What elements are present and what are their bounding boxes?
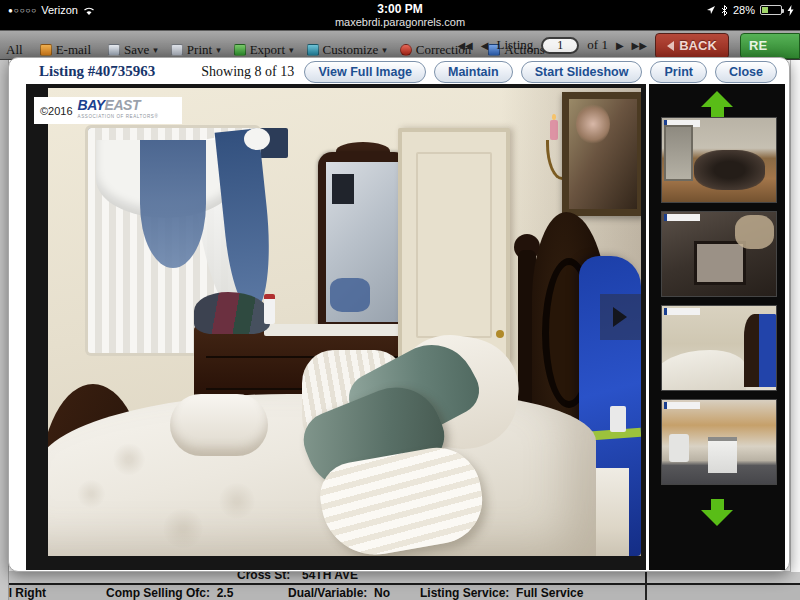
battery-icon <box>760 5 782 15</box>
roll-pillow <box>170 394 268 456</box>
bayeast-logo: BAYEAST ASSOCIATION OF REALTORS® <box>78 99 159 122</box>
cross-street-value: 54TH AVE <box>302 571 358 582</box>
charging-bolt-icon <box>787 5 794 16</box>
pager-of-label: of 1 <box>587 37 608 53</box>
modal-button-group: View Full Image Maintain Start Slideshow… <box>304 61 777 83</box>
battery-percent: 28% <box>733 4 755 16</box>
spray-bottle <box>264 294 275 324</box>
detail-field: Dual/Variable: No <box>288 586 390 600</box>
curtain-blue-swag <box>140 140 206 268</box>
modal-action-button[interactable]: View Full Image <box>304 61 426 83</box>
next-photo-overlay[interactable] <box>600 294 641 340</box>
location-icon <box>706 5 716 15</box>
scroll-down-arrow[interactable] <box>700 499 734 526</box>
pager-last-icon[interactable]: ▶▶ <box>632 40 647 51</box>
door-knob <box>496 330 504 338</box>
pager-label: Listing <box>496 37 533 53</box>
results-button[interactable]: RE <box>740 33 800 59</box>
copyright-label: ©2016 <box>40 105 73 117</box>
toolbar-item-label: E-mail <box>56 42 91 58</box>
thumbnail-bedroom-current[interactable] <box>661 305 777 391</box>
chevron-down-icon: ▾ <box>289 45 294 55</box>
toolbar-item[interactable]: Save ▾ <box>108 42 158 58</box>
toolbar-item-label: Save <box>124 42 149 58</box>
clock: 3:00 PM <box>0 2 800 16</box>
back-arrow-icon <box>667 41 674 51</box>
thumbnail-bedroom-mirror[interactable] <box>661 211 777 297</box>
photo-frame: ©2016 BAYEAST ASSOCIATION OF REALTORS® <box>26 84 646 570</box>
down-arrow-stem <box>711 499 724 510</box>
toolbar-item[interactable]: Export ▾ <box>234 42 294 58</box>
down-arrow-icon <box>701 510 733 526</box>
toolbar-item-label: Customize <box>323 42 379 58</box>
listing-detail-row: cl Right Comp Selling Ofc: 2.5 Dual/Vari… <box>0 585 800 600</box>
candle-flame <box>552 114 556 120</box>
chevron-down-icon: ▾ <box>216 45 221 55</box>
wall-picture-art <box>576 104 610 144</box>
cross-street-label: Cross St: <box>237 571 290 582</box>
detail-field: Listing Service: Full Service <box>420 586 583 600</box>
detail-field: cl Right <box>2 586 53 600</box>
toolbar-item-icon <box>171 44 183 56</box>
thumbnail-watermark <box>664 214 700 221</box>
modal-header: Listing #40735963 Showing 8 of 13 View F… <box>9 58 789 85</box>
pager-input[interactable]: 1 <box>541 37 579 54</box>
listing-number-title: Listing #40735963 <box>39 63 155 80</box>
ios-status-bar: ●○○○○ Verizon 3:00 PM maxebrdi.paragonre… <box>0 0 800 30</box>
bayeast-watermark: ©2016 BAYEAST ASSOCIATION OF REALTORS® <box>34 97 182 124</box>
clothes-pile <box>194 292 270 334</box>
mirror-reflection-dark <box>332 174 354 204</box>
pager-first-icon[interactable]: ◀◀ <box>457 40 472 51</box>
toolbar-item-label: Print <box>187 42 212 58</box>
thumbnail-sidebar <box>649 84 785 570</box>
scroll-up-arrow[interactable] <box>700 91 734 118</box>
thumbnail-watermark <box>664 402 700 409</box>
mirror-reflection-blue <box>330 278 370 312</box>
modal-action-button[interactable]: Maintain <box>434 61 513 83</box>
curtain-knot <box>244 128 270 150</box>
chevron-down-icon: ▾ <box>153 45 158 55</box>
toolbar-item-icon <box>234 44 246 56</box>
thumbnail-kitchen[interactable] <box>661 399 777 485</box>
modal-action-button[interactable]: Start Slideshow <box>521 61 643 83</box>
thumbnail-watermark <box>664 308 700 315</box>
detail-field: Comp Selling Ofc: 2.5 <box>106 586 233 600</box>
toolbar-item[interactable]: Customize ▾ <box>307 42 387 58</box>
toolbar-item[interactable]: All <box>6 42 27 58</box>
robe-tag <box>610 406 626 432</box>
toolbar-item-icon <box>108 44 120 56</box>
pink-candle <box>550 120 558 140</box>
modal-action-button[interactable]: Print <box>650 61 706 83</box>
modal-action-button[interactable]: Close <box>715 61 777 83</box>
thumbnail-dining-room[interactable] <box>661 117 777 203</box>
table-column-divider <box>645 571 647 600</box>
thumbnail-watermark <box>664 120 700 127</box>
toolbar-item-label: Export <box>250 42 285 58</box>
toolbar-item-label: All <box>6 42 23 58</box>
up-arrow-icon <box>701 91 733 107</box>
toolbar-item-icon <box>307 44 319 56</box>
bayeast-tagline: ASSOCIATION OF REALTORS® <box>78 111 159 122</box>
url-bar[interactable]: maxebrdi.paragonrels.com <box>0 16 800 28</box>
toolbar-item[interactable]: E-mail <box>40 42 95 58</box>
photo-count-label: Showing 8 of 13 <box>201 64 294 80</box>
pager-prev-icon[interactable]: ◀ <box>481 40 489 51</box>
chevron-down-icon: ▾ <box>382 45 387 55</box>
door-panel <box>416 152 492 338</box>
back-button[interactable]: BACK <box>655 33 729 59</box>
page-scrollbar-edge[interactable] <box>790 60 800 572</box>
toolbar-item[interactable]: Print ▾ <box>171 42 221 58</box>
toolbar-item-icon <box>40 44 52 56</box>
photo-viewer-modal: Listing #40735963 Showing 8 of 13 View F… <box>8 57 790 572</box>
toolbar-item-icon <box>400 44 412 56</box>
pager-next-icon[interactable]: ▶ <box>616 40 624 51</box>
thumbnail-list <box>661 117 777 485</box>
bluetooth-icon <box>721 5 728 16</box>
next-photo-arrow-icon <box>613 307 627 327</box>
cross-street-row: Cross St: 54TH AVE <box>0 571 800 583</box>
listing-photo-bedroom[interactable] <box>48 88 641 556</box>
